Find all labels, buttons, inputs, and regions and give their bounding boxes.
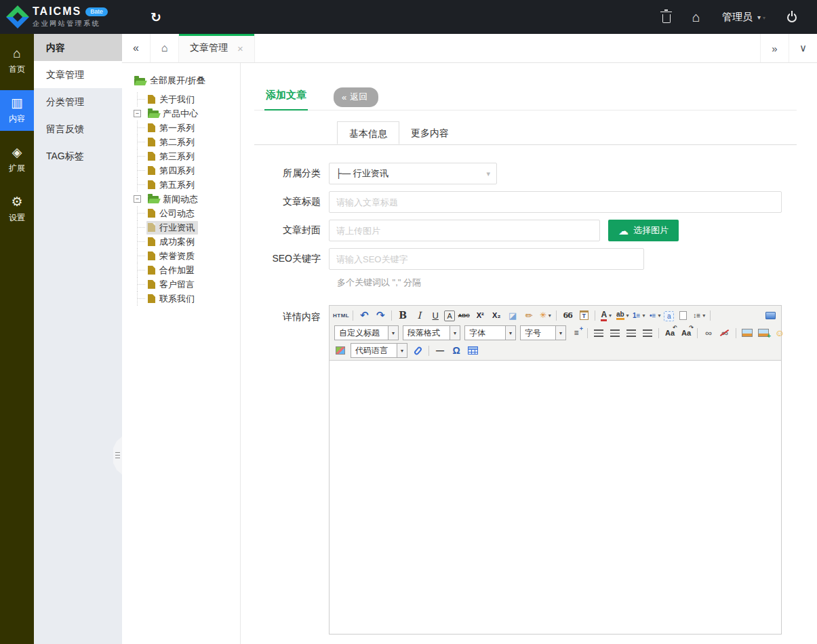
fullscreen-icon[interactable] (763, 308, 778, 323)
tree-node[interactable]: 关于我们 (122, 92, 240, 106)
format-brush-icon[interactable]: ✏ (521, 308, 536, 323)
tabs-scroll-left-icon[interactable]: « (122, 34, 151, 62)
tree-node[interactable]: 第四系列 (122, 163, 240, 178)
indent-icon[interactable]: ≡ (569, 325, 584, 340)
category-select[interactable]: ├— 行业资讯 ▾ (329, 163, 497, 184)
remove-format-icon[interactable]: ◪ (505, 308, 520, 323)
cover-row: 文章封面 ☁ 选择图片 (254, 220, 817, 241)
home-icon[interactable]: ⌂ (692, 10, 700, 24)
align-right-icon[interactable] (624, 325, 639, 340)
tree-expand-all-toggle[interactable]: 全部展开/折叠 (122, 63, 240, 92)
heading-select[interactable]: 自定义标题 ▾ (334, 325, 399, 340)
paste-as-text-icon[interactable]: T (576, 308, 591, 323)
tree-node-icon (148, 251, 155, 260)
unordered-list-icon[interactable]: •≡ (647, 308, 662, 323)
tree-node[interactable]: 合作加盟 (122, 263, 240, 277)
source-code-icon[interactable]: HTML (333, 308, 349, 323)
auto-typeset-icon[interactable]: ✳ (538, 308, 553, 323)
highlight-color-icon[interactable]: ab (615, 308, 630, 323)
blockquote-icon[interactable]: 66 (560, 308, 575, 323)
title-input[interactable] (329, 191, 782, 213)
trash-icon[interactable] (662, 14, 671, 23)
tab-close-icon[interactable]: × (237, 43, 243, 54)
tree-node[interactable]: 产品中心 (122, 106, 240, 121)
tabs-scroll-right-icon[interactable]: » (760, 34, 789, 62)
nav-item-content[interactable]: ▥ 内容 (0, 90, 34, 131)
anchor-icon[interactable]: a (664, 311, 674, 321)
attachment-icon[interactable] (410, 343, 425, 358)
tree-node[interactable]: 第五系列 (122, 178, 240, 192)
folder-open-icon (148, 110, 159, 118)
tree-node[interactable]: 第二系列 (122, 135, 240, 149)
tree-node[interactable]: 客户留言 (122, 277, 240, 291)
tree-node[interactable]: 荣誉资质 (122, 249, 240, 263)
nav-icon: ◈ (12, 146, 22, 159)
code-language-select[interactable]: 代码语言 ▾ (351, 343, 407, 358)
font-color-icon[interactable]: A (599, 308, 614, 323)
main-content: 添加文章 « 返回 基本信息 更多内容 所属分类 ├— 行业资讯 ▾ (241, 63, 817, 644)
logout-power-icon[interactable] (787, 13, 797, 22)
redo-icon[interactable]: ↷ (373, 308, 388, 323)
paragraph-format-select[interactable]: 段落格式 ▾ (403, 325, 460, 340)
font-size-select[interactable]: 字号 ▾ (520, 325, 566, 340)
emoticon-icon[interactable]: ☺ (772, 325, 787, 340)
subscript-icon[interactable]: X₂ (489, 308, 504, 323)
sidebar-item[interactable]: 留言反馈 (34, 115, 122, 142)
tree-node[interactable]: 第三系列 (122, 149, 240, 163)
back-button[interactable]: « 返回 (334, 87, 378, 107)
special-char-icon[interactable]: Ω (449, 343, 464, 358)
tree-connector (134, 277, 146, 291)
strikethrough-icon[interactable]: ABC (456, 308, 471, 323)
horizontal-rule-icon[interactable]: — (433, 343, 447, 358)
form-tab[interactable]: 基本信息 (337, 121, 399, 144)
bold-icon[interactable]: B (395, 308, 410, 323)
align-center-icon[interactable] (607, 325, 622, 340)
superscript-icon[interactable]: X² (473, 308, 487, 323)
choose-image-button[interactable]: ☁ 选择图片 (608, 220, 679, 241)
batch-image-icon[interactable] (756, 325, 771, 340)
tab-article-manage[interactable]: 文章管理 × (179, 34, 255, 62)
map-icon[interactable] (333, 343, 348, 358)
editor-body[interactable] (330, 361, 781, 634)
tree-node[interactable]: 成功案例 (122, 235, 240, 249)
seo-keywords-input[interactable] (329, 248, 644, 270)
unlink-icon[interactable]: ∞ (717, 325, 732, 340)
tree-node[interactable]: 第一系列 (122, 121, 240, 135)
tree-node[interactable]: 公司动态 (122, 206, 240, 220)
ordered-list-icon[interactable]: 1≡ (631, 308, 646, 323)
tree-node[interactable]: 联系我们 (122, 291, 240, 306)
page-tab-add-article[interactable]: 添加文章 (264, 87, 308, 110)
sidebar-item[interactable]: 分类管理 (34, 88, 122, 115)
line-height-icon[interactable]: ↕≡ (692, 308, 706, 323)
cover-input[interactable] (329, 220, 600, 241)
nav-item-settings[interactable]: ⚙ 设置 (0, 189, 34, 230)
align-justify-icon[interactable] (640, 325, 655, 340)
insert-image-icon[interactable] (740, 325, 755, 340)
nav-item-home[interactable]: ⌂ 首页 (0, 41, 34, 81)
uppercase-icon[interactable]: Aa (662, 325, 677, 340)
sidebar-item[interactable]: 文章管理 (34, 61, 122, 88)
link-icon[interactable]: ∞ (701, 325, 716, 340)
user-menu[interactable]: 管理员 ▾ (722, 11, 765, 24)
tree-node[interactable]: 新闻动态 (122, 192, 240, 206)
align-left-icon[interactable] (591, 325, 606, 340)
category-selected-value: ├— 行业资讯 (336, 167, 486, 180)
tree-connector (134, 220, 146, 235)
form-tab[interactable]: 更多内容 (399, 121, 460, 144)
italic-icon[interactable]: I (412, 308, 426, 323)
lowercase-icon[interactable]: Aa (679, 325, 694, 340)
nav-item-extend[interactable]: ◈ 扩展 (0, 140, 34, 180)
underline-icon[interactable]: U (428, 308, 443, 323)
font-family-select[interactable]: 字体 ▾ (464, 325, 516, 340)
tab-home-icon[interactable]: ⌂ (151, 34, 179, 62)
new-page-icon[interactable] (675, 308, 690, 323)
refresh-icon[interactable]: ↻ (151, 0, 161, 34)
undo-icon[interactable]: ↶ (357, 308, 372, 323)
app-logo[interactable]: TAICMS Bate 企业网站管理系统 (8, 5, 108, 28)
font-style-icon[interactable]: A (444, 310, 455, 321)
sidebar-item[interactable]: TAG标签 (34, 142, 122, 169)
table-icon[interactable] (465, 343, 480, 358)
seo-row: SEO关键字 (254, 248, 817, 270)
tabs-menu-icon[interactable]: ∨ (789, 34, 817, 62)
tree-node[interactable]: 行业资讯 (122, 220, 240, 235)
